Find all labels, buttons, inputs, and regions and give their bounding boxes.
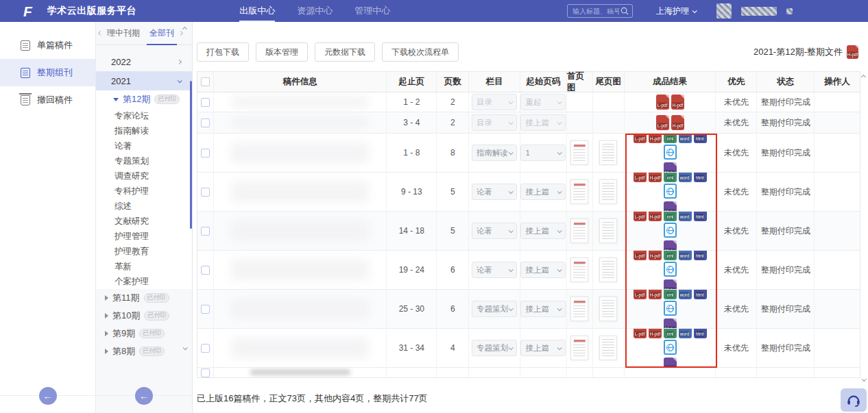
lpdf-file-icon[interactable]: L-pdf	[634, 290, 647, 299]
collapse-panel-button[interactable]: ←	[135, 387, 153, 405]
html-file-icon[interactable]: html	[694, 173, 707, 182]
row-checkbox[interactable]	[201, 98, 210, 107]
tree-category[interactable]: 论著	[96, 138, 192, 153]
first-page-thumbnail[interactable]	[570, 218, 588, 243]
first-page-thumbnail[interactable]	[570, 140, 588, 165]
tree-category[interactable]: 专科护理	[96, 184, 192, 199]
hpdf-file-icon[interactable]: H-pdf	[649, 290, 662, 299]
last-page-thumbnail[interactable]	[599, 140, 617, 165]
word-file-icon[interactable]: word	[679, 251, 692, 260]
org-switcher[interactable]: 上海护理	[656, 5, 696, 17]
lpdf-file-icon[interactable]: L-pdf	[634, 134, 647, 143]
tree-category[interactable]: 革新	[96, 259, 192, 274]
xml-file-icon[interactable]: xml	[664, 134, 677, 143]
sidebar-item[interactable]: 撤回稿件	[0, 86, 95, 114]
sidebar-item[interactable]: 单篇稿件	[0, 32, 95, 59]
html-file-icon[interactable]: html	[694, 251, 707, 260]
tree-issue[interactable]: 第11期已付印	[96, 289, 192, 307]
xml-file-icon[interactable]: xml	[664, 329, 677, 338]
meta-file-icon[interactable]: Meta	[664, 318, 677, 328]
meta-file-icon[interactable]: Meta	[664, 279, 677, 289]
meta-file-icon[interactable]: Meta	[664, 201, 677, 211]
tree-category[interactable]: 文献研究	[96, 214, 192, 229]
tree-scrollbar-thumb[interactable]	[190, 81, 192, 229]
last-page-thumbnail[interactable]	[599, 218, 617, 243]
xml-file-icon[interactable]: xml	[664, 251, 677, 260]
row-checkbox[interactable]	[201, 305, 210, 314]
word-file-icon[interactable]: word	[679, 290, 692, 299]
select-all-checkbox[interactable]	[201, 77, 210, 86]
hpdf-file-icon[interactable]: H-pdf	[671, 115, 684, 130]
avatar[interactable]	[716, 3, 732, 18]
row-checkbox[interactable]	[201, 344, 210, 353]
lpdf-file-icon[interactable]: L-pdf	[634, 173, 647, 182]
start-page-select[interactable]: 1	[520, 145, 566, 161]
hpdf-file-icon[interactable]: H-pdf	[649, 134, 662, 143]
lpdf-file-icon[interactable]: L-pdf	[656, 95, 669, 110]
hpdf-file-icon[interactable]: H-pdf	[649, 251, 662, 260]
start-page-select[interactable]: 接上篇	[520, 301, 566, 317]
tree-category[interactable]: 综述	[96, 199, 192, 214]
hpdf-file-icon[interactable]: H-pdf	[847, 45, 858, 59]
row-checkbox[interactable]	[201, 368, 210, 377]
toolbar-button-3[interactable]: 下载校次流程单	[382, 42, 459, 62]
hpdf-file-icon[interactable]: H-pdf	[649, 173, 662, 182]
lpdf-file-icon[interactable]: L-pdf	[656, 115, 669, 130]
html-file-icon[interactable]: html	[694, 290, 707, 299]
last-page-thumbnail[interactable]	[599, 336, 617, 360]
tree-category[interactable]: 护理管理	[96, 229, 192, 244]
start-page-select[interactable]: 接上篇	[520, 340, 566, 356]
nav-item-1[interactable]: 资源中心	[297, 0, 333, 22]
column-select[interactable]: 指南解读	[472, 145, 517, 161]
issues-tab[interactable]: 理中刊期	[104, 21, 143, 45]
web-file-icon[interactable]	[664, 184, 677, 199]
row-checkbox[interactable]	[201, 149, 210, 158]
web-file-icon[interactable]	[664, 301, 677, 316]
last-page-thumbnail[interactable]	[599, 258, 617, 282]
word-file-icon[interactable]: word	[679, 134, 692, 143]
xml-file-icon[interactable]: xml	[664, 173, 677, 182]
column-select[interactable]: 专题策划	[472, 340, 517, 356]
tree-category[interactable]: 护理教育	[96, 244, 192, 259]
search-icon[interactable]	[620, 7, 629, 15]
table-scroll-up-icon[interactable]	[861, 75, 866, 79]
issue-file-link[interactable]: 2021-第12期-整期文件 H-pdf	[754, 45, 858, 59]
start-page-select[interactable]: 接上篇	[520, 262, 566, 278]
search-input[interactable]	[571, 7, 620, 16]
table-scroll-down-icon[interactable]	[862, 377, 867, 381]
first-page-thumbnail[interactable]	[570, 336, 588, 360]
first-page-thumbnail[interactable]	[570, 297, 588, 321]
tree-year-2021[interactable]: 2021	[96, 71, 192, 90]
sidebar-item[interactable]: 整期组刊	[0, 59, 95, 86]
tree-issue[interactable]: 第8期已付印	[96, 342, 192, 360]
nav-item-2[interactable]: 管理中心	[354, 0, 390, 22]
first-page-thumbnail[interactable]	[570, 179, 588, 204]
tree-category[interactable]: 调查研究	[96, 168, 192, 184]
column-select[interactable]: 目录	[472, 94, 517, 110]
web-file-icon[interactable]	[664, 145, 677, 160]
last-page-thumbnail[interactable]	[599, 179, 617, 204]
start-page-select[interactable]: 接上篇	[520, 114, 566, 131]
meta-file-icon[interactable]: Meta	[664, 240, 677, 250]
html-file-icon[interactable]: html	[694, 134, 707, 143]
tree-issue[interactable]: 第9期已付印	[96, 325, 192, 342]
web-file-icon[interactable]	[664, 262, 677, 277]
tree-issue[interactable]: 第10期已付印	[96, 307, 192, 325]
html-file-icon[interactable]: html	[694, 212, 707, 221]
hpdf-file-icon[interactable]: H-pdf	[649, 329, 662, 338]
tabs-scroll-right-icon[interactable]	[178, 31, 183, 36]
hpdf-file-icon[interactable]: H-pdf	[649, 212, 662, 221]
meta-file-icon[interactable]: Meta	[664, 162, 677, 172]
hpdf-file-icon[interactable]: H-pdf	[671, 95, 684, 110]
issues-tab[interactable]: 全部刊	[147, 21, 177, 45]
row-checkbox[interactable]	[201, 227, 210, 236]
web-file-icon[interactable]	[664, 340, 677, 355]
xml-file-icon[interactable]: xml	[664, 212, 677, 221]
column-select[interactable]: 论著	[472, 184, 517, 200]
toolbar-button-1[interactable]: 版本管理	[256, 42, 308, 62]
word-file-icon[interactable]: word	[679, 329, 692, 338]
tree-category[interactable]: 专家论坛	[96, 108, 192, 123]
start-page-select[interactable]: 重起	[520, 94, 566, 110]
tree-category[interactable]: 指南解读	[96, 123, 192, 138]
first-page-thumbnail[interactable]	[570, 258, 588, 282]
